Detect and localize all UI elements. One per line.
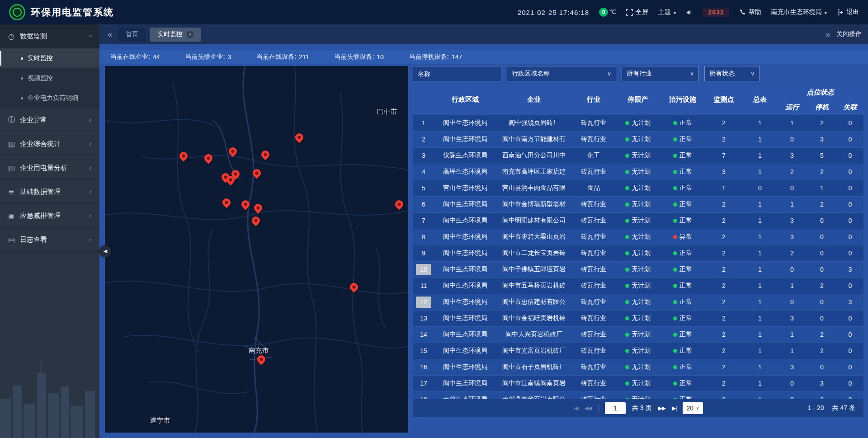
fullscreen-label: 全屏 bbox=[636, 8, 648, 16]
col-header-0: 行政区域 bbox=[434, 85, 496, 115]
cell-company: 阆中市光富页岩机砖厂 bbox=[496, 343, 572, 359]
table-row[interactable]: 15阆中生态环境局阆中市光富页岩机砖厂砖瓦行业无计划正常21120 bbox=[413, 343, 863, 359]
range-label: 1 - 20 bbox=[808, 404, 824, 412]
next-page-button[interactable]: ▶▶ bbox=[658, 405, 665, 411]
cell-meters: 1 bbox=[743, 229, 777, 245]
map-pin[interactable] bbox=[257, 355, 265, 367]
map-pin[interactable] bbox=[222, 198, 231, 210]
announcement-button[interactable] bbox=[686, 9, 693, 16]
table-row[interactable]: 3仪陇生态环境局西南油气田分公司川中化工无计划正常71350 bbox=[413, 147, 863, 164]
map-pin[interactable] bbox=[204, 154, 212, 166]
cell-region: 阆中生态环境局 bbox=[434, 375, 496, 391]
map-pin[interactable] bbox=[395, 200, 403, 212]
table-row[interactable]: 4高坪生态环境局南充市高坪区王家店建砖瓦行业无计划正常31220 bbox=[413, 164, 863, 180]
close-operations-button[interactable]: 关闭操作 bbox=[836, 30, 862, 38]
map-panel[interactable]: 巴中市南充市遂宁市 bbox=[105, 66, 408, 433]
table-row[interactable]: 10阆中生态环境局阆中千佛镇五郎垭页岩砖瓦行业无计划正常21003 bbox=[413, 261, 863, 278]
status-select[interactable]: 所有状态 bbox=[704, 66, 760, 81]
tab-home[interactable]: 首页 bbox=[118, 28, 146, 42]
table-row[interactable]: 1阆中生态环境局阆中强锐页岩砖厂砖瓦行业无计划正常21120 bbox=[413, 115, 863, 131]
sidebar-subitem-label: 视频监控 bbox=[28, 74, 53, 82]
map-pin[interactable] bbox=[252, 217, 260, 228]
theme-dropdown[interactable]: 主题 bbox=[658, 8, 676, 16]
table-row[interactable]: 5营山生态环境局营山县润丰肉食品有限食品无计划正常10010 bbox=[413, 180, 863, 196]
map-pin[interactable] bbox=[229, 147, 237, 159]
industry-select[interactable]: 所有行业 bbox=[622, 66, 699, 81]
cell-index: 8 bbox=[413, 229, 434, 245]
col-subheader-2: 失联 bbox=[837, 100, 863, 115]
cell-industry: 砖瓦行业 bbox=[572, 115, 615, 131]
sidebar-item-company-statistics[interactable]: ▦企业综合统计‹ bbox=[0, 132, 99, 156]
industry-select-value: 所有行业 bbox=[627, 70, 652, 78]
stat-item: 当前停机设备:147 bbox=[409, 53, 462, 61]
table-row[interactable]: 16阆中生态环境局阆中市石子页岩机砖厂砖瓦行业无计划正常21300 bbox=[413, 359, 863, 375]
sidebar-item-base-data-management[interactable]: ≣基础数据管理‹ bbox=[0, 180, 99, 204]
tabs-scroll-left-button[interactable]: « bbox=[106, 30, 114, 39]
table-row[interactable]: 8阆中生态环境局阆中市枣碧大梁山页岩砖瓦行业无计划异常21300 bbox=[413, 229, 863, 245]
table-row[interactable]: 7阆中生态环境局阆中明阳建材有限公司砖瓦行业无计划正常21300 bbox=[413, 212, 863, 229]
cell-meters: 1 bbox=[743, 245, 777, 261]
col-subheader-1: 停机 bbox=[807, 100, 837, 115]
status-dot-green bbox=[673, 381, 677, 386]
sidebar-subitem-realtime-monitor[interactable]: 实时监控 bbox=[0, 48, 99, 68]
cell-industry: 砖瓦行业 bbox=[572, 391, 615, 399]
map-pin[interactable] bbox=[295, 133, 303, 145]
sidebar-collapse-button[interactable]: ◀ bbox=[99, 245, 111, 257]
status-dot-green bbox=[625, 333, 629, 337]
notification-count-badge[interactable]: 2632 bbox=[703, 8, 729, 17]
map-pin[interactable] bbox=[261, 151, 269, 162]
table-row[interactable]: 18南部生态环境局南部县鸿华页岩有限公砖瓦行业无计划正常21030 bbox=[413, 391, 863, 399]
close-icon[interactable] bbox=[187, 31, 193, 38]
cell-stop: 0 bbox=[807, 261, 837, 278]
tab-realtime-monitor[interactable]: 实时监控 bbox=[150, 28, 201, 42]
table-row[interactable]: 9阆中生态环境局阆中市二龙长宝页岩砖砖瓦行业无计划正常21200 bbox=[413, 245, 863, 261]
map-pin[interactable] bbox=[253, 169, 261, 181]
table-row[interactable]: 14阆中生态环境局阆中大兴页岩机砖厂砖瓦行业无计划正常21120 bbox=[413, 326, 863, 343]
prev-page-button[interactable]: ◀◀ bbox=[584, 405, 591, 411]
name-search-input[interactable] bbox=[413, 66, 501, 81]
table-row[interactable]: 12阆中生态环境局阆中市忠信建材有限公砖瓦行业无计划正常21003 bbox=[413, 294, 863, 310]
cell-run: 0 bbox=[777, 180, 807, 196]
stat-item: 当前失联设备:10 bbox=[334, 53, 383, 61]
table-row[interactable]: 11阆中生态环境局阆中市五马桥页岩机砖砖瓦行业无计划正常21120 bbox=[413, 278, 863, 294]
table-row[interactable]: 13阆中生态环境局阆中市金福旺页岩机砖砖瓦行业无计划正常21300 bbox=[413, 310, 863, 326]
map-pin[interactable] bbox=[350, 283, 358, 295]
chevron-left-icon: ‹ bbox=[89, 188, 91, 195]
help-button[interactable]: 帮助 bbox=[739, 8, 761, 16]
region-select[interactable]: 行政区域名称 bbox=[507, 66, 616, 81]
map-pin[interactable] bbox=[179, 152, 188, 164]
sidebar-item-power-usage-analysis[interactable]: ▥企业用电量分析‹ bbox=[0, 156, 99, 180]
tabs-scroll-right-button[interactable]: » bbox=[824, 30, 832, 39]
table-row[interactable]: 6阆中生态环境局阆中市金博瑞新型墙材砖瓦行业无计划正常21120 bbox=[413, 196, 863, 212]
stat-item: 当前在线企业:44 bbox=[110, 53, 160, 61]
org-dropdown[interactable]: 南充市生态环境局 bbox=[771, 8, 827, 16]
map-pin[interactable] bbox=[231, 170, 240, 182]
page-size-select[interactable]: 20 bbox=[683, 402, 703, 414]
sidebar-subitem-video-monitor[interactable]: 视频监控 bbox=[0, 68, 99, 88]
col-header-3: 停限产 bbox=[615, 85, 660, 115]
cell-limit: 无计划 bbox=[615, 229, 660, 245]
cell-industry: 砖瓦行业 bbox=[572, 196, 615, 212]
sidebar-subitem-power-load-detail[interactable]: 企业电力负荷明细 bbox=[0, 88, 99, 108]
first-page-button[interactable]: |◀ bbox=[573, 405, 578, 411]
col-header-1: 企业 bbox=[496, 85, 572, 115]
map-pin[interactable] bbox=[241, 200, 250, 212]
cell-stop: 2 bbox=[807, 326, 837, 343]
cell-lost: 0 bbox=[837, 326, 863, 343]
sidebar-subitem-label: 企业电力负荷明细 bbox=[28, 94, 78, 102]
temperature-badge: 0 bbox=[599, 8, 608, 17]
table-row[interactable]: 2阆中生态环境局阆中市南方节能建材有砖瓦行业无计划正常21030 bbox=[413, 131, 863, 147]
cell-run: 2 bbox=[777, 245, 807, 261]
page-number-input[interactable] bbox=[605, 402, 626, 414]
stat-label: 当前失联设备: bbox=[334, 53, 374, 61]
sidebar-item-log-view[interactable]: ▤日志查看‹ bbox=[0, 228, 99, 252]
table-row[interactable]: 17阆中生态环境局阆中市江南镇阆南页岩砖瓦行业无计划正常21030 bbox=[413, 375, 863, 391]
col-index bbox=[413, 85, 434, 115]
logout-button[interactable]: 退出 bbox=[837, 8, 859, 16]
fullscreen-button[interactable]: 全屏 bbox=[626, 8, 648, 16]
sidebar-item-emergency-reduction[interactable]: ◉应急减排管理‹ bbox=[0, 204, 99, 228]
last-page-button[interactable]: ▶| bbox=[672, 405, 676, 411]
map-pin[interactable] bbox=[254, 204, 262, 216]
sidebar-item-company-abnormal[interactable]: ⓘ企业异常‹ bbox=[0, 108, 99, 132]
sidebar-item-data-monitoring[interactable]: ◷数据监测‹ bbox=[0, 24, 99, 48]
